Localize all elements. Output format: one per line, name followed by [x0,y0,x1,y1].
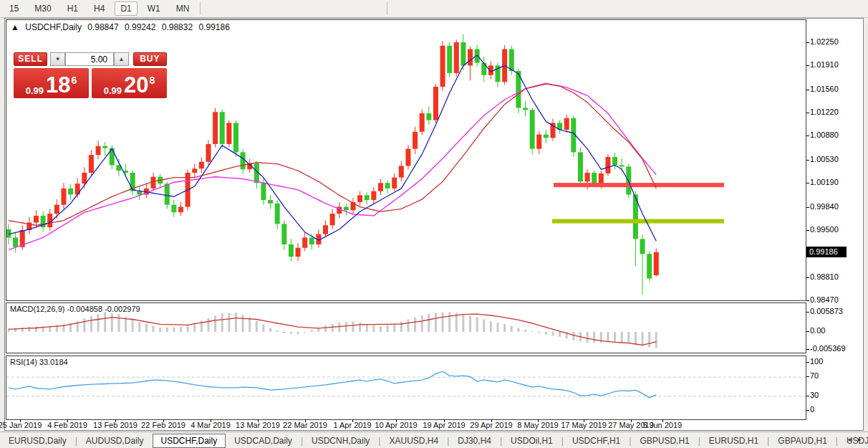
date-axis-label: 29 Apr 2019 [470,421,512,429]
rsi-axis-label: 0 [810,405,814,414]
support-line[interactable] [552,219,724,224]
macd-axis-label-tick [806,312,809,313]
sell-price-point: 6 [72,75,77,86]
date-axis-label: 4 Mar 2019 [191,421,231,429]
date-axis-label: 8 May 2019 [517,421,558,429]
sell-price-major: 0.99 [26,85,44,96]
tabs-scroll-left-icon[interactable]: ◄ [847,437,852,443]
timeframe-button-h1[interactable]: H1 [62,1,84,16]
price-axis-label: 1.00190 [810,178,839,186]
price-axis-label-tick [806,160,809,161]
rsi-axis-label-tick [806,362,809,363]
chart-tab-usdcad[interactable]: USDCAD,Daily [226,434,301,447]
current-price-tag: 0.99186 [806,247,847,257]
price-axis-label-tick [806,90,809,90]
timeframe-button-d1[interactable]: D1 [115,1,137,16]
chart-tab-usdchf[interactable]: USDCHF,H1 [564,434,629,447]
sell-price-pips: 18 [46,75,70,96]
date-axis-label: 13 Feb 2019 [93,421,138,429]
chart-title: ▲ USDCHF,Daily 0.98847 0.99242 0.98832 0… [11,22,233,32]
rsi-axis-label-tick [806,396,809,396]
price-axis-label: 1.01910 [810,60,839,69]
chart-tab-eurusd[interactable]: EURUSD,Daily [0,434,75,447]
one-click-trading-panel: SELL ▼ ▲ BUY 0.99 18 6 0.99 20 8 [14,52,167,98]
mt4-terminal: 15M30H1H4D1W1MN ▲ USDCHF,Daily 0.98847 0… [0,0,868,448]
date-axis-label: 4 Feb 2019 [47,421,87,429]
price-axis-label: 0.98810 [810,272,839,281]
timeframe-button-w1[interactable]: W1 [142,1,166,16]
price-axis-label-tick [806,113,809,113]
macd-panel[interactable]: MACD(12,26,9) -0.004858 -0.002979 [6,302,806,353]
resistance-line[interactable] [554,183,724,187]
chart-tab-usdoil[interactable]: USDOil,H1 [502,434,561,447]
chart-tab-gbpaud[interactable]: GBPAUD,H1 [769,434,835,447]
price-axis-label-tick [806,277,809,278]
timeframe-button-15[interactable]: 15 [4,1,24,16]
date-axis-label: 22 Feb 2019 [141,421,185,429]
price-axis-label: 1.01560 [810,85,839,93]
chart-tab-audusd[interactable]: AUDUSD,Daily [77,434,153,447]
chart-tab-eurusd[interactable]: EURUSD,H1 [700,434,767,447]
date-axis-label: 22 Mar 2019 [283,421,327,429]
date-axis-label: 13 Mar 2019 [236,421,280,429]
price-axis-label: 1.00530 [810,155,839,163]
price-axis-label-tick [806,300,809,301]
price-axis-label: 0.98470 [810,295,839,304]
buy-button[interactable]: BUY [133,52,167,66]
date-axis-label: 5 Jun 2019 [643,421,682,429]
buy-price-pips: 20 [124,75,148,96]
macd-axis-label: -0.005369 [810,344,846,353]
rsi-axis-label-tick [806,376,809,377]
date-axis-label: 19 Apr 2019 [423,421,465,429]
timeframe-button-h4[interactable]: H4 [88,1,110,16]
toolbar-separator [387,2,387,15]
chart-tab-usdcnh[interactable]: USDCNH,Daily [303,434,378,447]
chart-tab-gbpusd[interactable]: GBPUSD,H1 [631,434,698,447]
ohlc-open: 0.98847 [87,22,118,32]
ohlc-close: 0.99186 [198,22,229,32]
rsi-axis-label: 30 [810,391,819,399]
price-axis-label: 1.02250 [810,37,839,46]
price-axis-label: 0.99840 [810,202,839,211]
volume-input[interactable] [65,52,114,66]
price-axis-label: 1.01220 [810,108,839,116]
price-axis-label-tick [806,183,809,184]
price-axis-label-tick [806,135,809,136]
rsi-panel[interactable]: RSI(14) 33.0184 [6,356,806,420]
timeframe-button-mn[interactable]: MN [170,1,196,16]
tabs-scroll-right-icon[interactable]: ► [857,437,862,443]
macd-axis-label: 0.005873 [810,307,843,315]
date-axis-label: 10 Apr 2019 [375,421,417,429]
chart-tab-bar: EURUSD,Daily|AUDUSD,DailyUSDCHF,DailyUSD… [0,432,868,448]
spacer [129,52,133,66]
toolbar-separator [200,2,201,15]
chart-tab-xauusd[interactable]: XAUUSD,H4 [380,434,447,447]
chart-tab-usdjp[interactable]: USDJP [838,434,868,447]
rsi-axis-label: 100 [810,357,823,366]
price-axis-label-tick [806,230,809,231]
buy-price-major: 0.99 [104,85,122,96]
macd-axis-label-tick [806,349,809,350]
date-axis-label: 25 Jan 2019 [0,421,42,429]
timeframe-toolbar: 15M30H1H4D1W1MN [0,0,868,18]
chart-tab-usdchf[interactable]: USDCHF,Daily [153,434,226,448]
chart-symbol-label: USDCHF,Daily [25,22,82,32]
timeframe-buttons: 15M30H1H4D1W1MN [0,1,203,16]
volume-increase-button[interactable]: ▲ [114,52,129,66]
sell-button[interactable]: SELL [14,52,47,66]
volume-decrease-button[interactable]: ▼ [50,52,65,66]
macd-axis-label-tick [806,331,809,332]
price-axis-label: 1.00880 [810,130,839,139]
ohlc-high: 0.99242 [125,22,155,32]
chart-tab-dj30[interactable]: DJ30,H4 [449,434,500,447]
timeframe-button-m30[interactable]: M30 [29,1,57,16]
rsi-label: RSI(14) 33.0184 [10,358,68,366]
collapse-panel-icon[interactable]: ▲ [11,22,19,32]
price-axis-label-tick [806,207,809,208]
buy-price-display[interactable]: 0.99 20 8 [92,68,167,98]
price-chart-panel[interactable]: ▲ USDCHF,Daily 0.98847 0.99242 0.98832 0… [6,19,806,301]
price-axis-label: 0.99500 [810,225,839,234]
rsi-canvas [6,356,806,419]
sell-price-display[interactable]: 0.99 18 6 [14,68,89,98]
rsi-axis-label-tick [806,410,809,411]
